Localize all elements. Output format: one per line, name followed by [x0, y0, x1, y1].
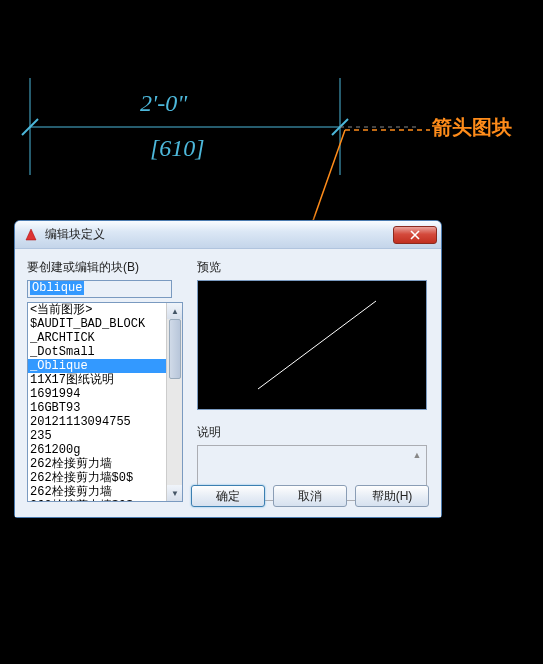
ok-button[interactable]: 确定	[191, 485, 265, 507]
cancel-button[interactable]: 取消	[273, 485, 347, 507]
block-name-label: 要创建或编辑的块(B)	[27, 259, 187, 276]
list-item[interactable]: 235	[28, 429, 168, 443]
svg-line-8	[258, 301, 376, 389]
close-button[interactable]	[393, 226, 437, 244]
list-item[interactable]: 262栓接剪力墙	[28, 457, 168, 471]
list-item[interactable]: 16GBT93	[28, 401, 168, 415]
list-item[interactable]: <当前图形>	[28, 303, 168, 317]
annotation-label: 箭头图块	[432, 114, 512, 141]
list-item[interactable]: _DotSmall	[28, 345, 168, 359]
scroll-thumb[interactable]	[169, 319, 181, 379]
list-item[interactable]: 20121113094755	[28, 415, 168, 429]
dimension-secondary: [610]	[150, 135, 205, 162]
edit-block-dialog: 编辑块定义 要创建或编辑的块(B) Oblique <当前图形>$AUDIT_B…	[14, 220, 442, 518]
list-item[interactable]: _ARCHTICK	[28, 331, 168, 345]
list-item[interactable]: 262栓接剪力墙	[28, 485, 168, 499]
list-item[interactable]: $AUDIT_BAD_BLOCK	[28, 317, 168, 331]
preview-box	[197, 280, 427, 410]
scroll-down-button[interactable]: ▼	[167, 485, 183, 501]
dialog-body: 要创建或编辑的块(B) Oblique <当前图形>$AUDIT_BAD_BLO…	[15, 249, 441, 517]
dialog-titlebar[interactable]: 编辑块定义	[15, 221, 441, 249]
list-item[interactable]: 261200g	[28, 443, 168, 457]
dimension-primary: 2'-0"	[140, 90, 187, 117]
block-listbox[interactable]: <当前图形>$AUDIT_BAD_BLOCK_ARCHTICK_DotSmall…	[27, 302, 183, 502]
desc-scroll-up[interactable]: ▲	[410, 448, 424, 462]
block-name-input[interactable]: Oblique	[27, 280, 172, 298]
list-item[interactable]: _Oblique	[28, 359, 168, 373]
list-item[interactable]: 262栓接剪力墙$0$	[28, 499, 168, 502]
scroll-up-button[interactable]: ▲	[167, 303, 183, 319]
cad-drawing-area: 2'-0" [610] 箭头图块	[0, 0, 543, 220]
list-item[interactable]: 11X17图纸说明	[28, 373, 168, 387]
list-item[interactable]: 1691994	[28, 387, 168, 401]
listbox-scrollbar[interactable]: ▲ ▼	[166, 303, 182, 501]
description-label: 说明	[197, 424, 429, 441]
preview-label: 预览	[197, 259, 429, 276]
list-item[interactable]: 262栓接剪力墙$0$	[28, 471, 168, 485]
help-button[interactable]: 帮助(H)	[355, 485, 429, 507]
dialog-title: 编辑块定义	[45, 226, 393, 243]
app-icon	[23, 227, 39, 243]
